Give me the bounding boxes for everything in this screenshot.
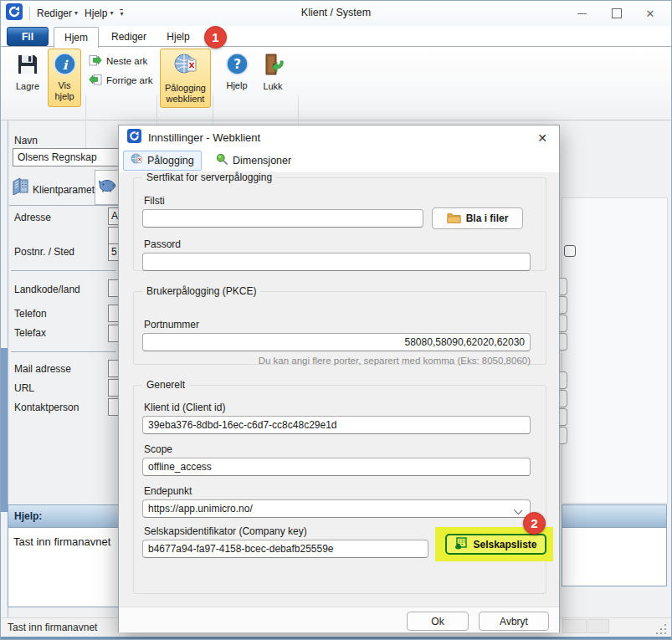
portnummer-hint: Du kan angi flere porter, separert med k… bbox=[142, 356, 531, 366]
company-key-input[interactable] bbox=[142, 540, 428, 558]
tab-rediger[interactable]: Rediger bbox=[104, 28, 154, 45]
ribbon: Lagre i Vis hjelp Lagre Neste ark Forrig… bbox=[1, 47, 671, 120]
tab-hjelp[interactable]: Hjelp bbox=[157, 28, 199, 45]
dialog-title: Innstillinger - Webklient bbox=[148, 131, 260, 144]
vis-hjelp-button[interactable]: i Vis hjelp bbox=[48, 49, 81, 107]
avbryt-label: Avbryt bbox=[500, 616, 528, 627]
status-text: Tast inn firmanavnet bbox=[8, 622, 97, 633]
input-fragment bbox=[560, 278, 567, 295]
tab-piggybank[interactable] bbox=[95, 170, 119, 205]
right-help-panel bbox=[562, 504, 667, 586]
arrow-left-icon bbox=[89, 73, 102, 88]
main-window: Rediger ▾ Hjelp ▾ ▾ Klient / System ✕ Fi… bbox=[0, 0, 672, 640]
telefon-label: Telefon bbox=[14, 308, 47, 320]
company-list-icon bbox=[454, 537, 468, 552]
dialog-tab-strip: Pålogging Dimensjoner bbox=[119, 150, 559, 172]
bla-i-filer-button[interactable]: Bla i filer bbox=[432, 207, 523, 229]
dialog-tab-palogging-label: Pålogging bbox=[147, 155, 194, 166]
pkce-group-title: Brukerpålogging (PKCE) bbox=[142, 285, 260, 297]
right-panel bbox=[562, 197, 668, 504]
buildings-icon bbox=[11, 175, 29, 198]
landkode-label: Landkode/land bbox=[14, 284, 80, 295]
svg-text:?: ? bbox=[233, 57, 241, 72]
status-cell bbox=[562, 619, 587, 633]
navn-value: Olsens Regnskap bbox=[18, 151, 97, 163]
qat-divider bbox=[29, 7, 30, 20]
avbryt-button[interactable]: Avbryt bbox=[479, 612, 549, 631]
close-button[interactable]: ✕ bbox=[638, 6, 663, 21]
help-icon: ? bbox=[226, 53, 249, 78]
filsti-input[interactable] bbox=[142, 209, 423, 228]
input-fragment bbox=[560, 371, 567, 389]
form-divider bbox=[11, 270, 116, 271]
input-fragment bbox=[560, 408, 567, 426]
client-id-input[interactable] bbox=[142, 416, 531, 434]
ok-label: Ok bbox=[431, 616, 444, 627]
ribbon-tab-row: Fil Hjem Rediger Hjelp bbox=[1, 26, 671, 47]
selskapsliste-label: Selskapsliste bbox=[473, 539, 536, 550]
lukk-button[interactable]: Lukk bbox=[256, 49, 290, 101]
scope-label: Scope bbox=[144, 443, 172, 455]
tab-klientparametre[interactable]: Klientparametre bbox=[33, 184, 104, 196]
step-badge-2: 2 bbox=[523, 512, 546, 535]
tab-underline bbox=[9, 205, 118, 206]
dialog-tab-dimensjoner[interactable]: Dimensjoner bbox=[209, 151, 298, 171]
passord-input[interactable] bbox=[142, 253, 531, 271]
app-logo-icon bbox=[6, 3, 23, 23]
endepunkt-combobox[interactable]: https://app.unimicro.no/ bbox=[142, 499, 531, 518]
form-divider bbox=[11, 351, 116, 352]
customize-toolbar-icon[interactable]: ▾ bbox=[120, 9, 123, 18]
maximize-button[interactable] bbox=[604, 6, 629, 21]
input-fragment bbox=[560, 315, 567, 332]
navn-input[interactable]: Olsens Regnskap bbox=[13, 148, 119, 166]
portnummer-input[interactable] bbox=[142, 333, 531, 351]
general-group-title: Generelt bbox=[142, 379, 189, 391]
palogging-webklient-button[interactable]: Pålogging webklient bbox=[160, 49, 211, 108]
scope-input[interactable] bbox=[142, 458, 531, 476]
checkbox-unchecked[interactable] bbox=[564, 245, 576, 257]
vis-hjelp-label: Vis hjelp bbox=[49, 80, 80, 102]
arrow-right-icon bbox=[89, 54, 102, 69]
webclient-login-icon bbox=[173, 53, 198, 80]
endepunkt-label: Endepunkt bbox=[144, 485, 192, 497]
ok-button[interactable]: Ok bbox=[407, 612, 469, 631]
save-icon bbox=[16, 53, 39, 79]
menu-rediger-label: Rediger bbox=[37, 8, 72, 19]
help-panel-title: Hjelp: bbox=[14, 510, 42, 522]
filsti-label: Filsti bbox=[144, 195, 165, 207]
chevron-down-icon: ▾ bbox=[110, 10, 113, 17]
navn-label: Navn bbox=[14, 135, 38, 146]
right-help-panel-header bbox=[562, 505, 666, 528]
resize-grip[interactable] bbox=[655, 623, 666, 634]
company-key-label: Selskapsidentifikator (Company key) bbox=[144, 525, 307, 537]
tab-fil[interactable]: Fil bbox=[7, 27, 49, 46]
input-fragment bbox=[560, 296, 567, 314]
minimize-button[interactable] bbox=[569, 6, 594, 21]
app-logo-icon bbox=[127, 129, 141, 146]
step-badge-1: 1 bbox=[204, 26, 227, 49]
dialog-close-icon[interactable]: ✕ bbox=[534, 131, 551, 146]
forrige-ark-button[interactable]: Forrige ark bbox=[89, 73, 153, 88]
left-nav-selection bbox=[1, 348, 8, 512]
menu-rediger[interactable]: Rediger ▾ bbox=[37, 8, 78, 19]
telefax-label: Telefax bbox=[14, 327, 46, 339]
selskapsliste-button[interactable]: Selskapsliste bbox=[445, 534, 546, 555]
right-help-panel-body bbox=[562, 528, 666, 543]
neste-ark-label: Neste ark bbox=[106, 56, 147, 66]
cert-group-title: Sertfikat for serverpålogging bbox=[142, 172, 276, 183]
hjelp-label: Hjelp bbox=[226, 80, 247, 91]
neste-ark-button[interactable]: Neste ark bbox=[89, 54, 147, 69]
mail-label: Mail adresse bbox=[14, 363, 71, 375]
folder-icon bbox=[447, 212, 461, 226]
forrige-ark-label: Forrige ark bbox=[106, 75, 153, 85]
lagre-button[interactable]: Lagre bbox=[9, 49, 46, 101]
chevron-down-icon bbox=[514, 506, 522, 515]
tab-hjem[interactable]: Hjem bbox=[54, 27, 99, 48]
bla-i-filer-label: Bla i filer bbox=[466, 212, 509, 224]
hjelp-button[interactable]: ? Hjelp bbox=[219, 49, 254, 101]
menu-hjelp[interactable]: Hjelp ▾ bbox=[85, 8, 113, 19]
dialog-tab-palogging[interactable]: Pålogging bbox=[123, 151, 202, 171]
adresse-label: Adresse bbox=[14, 212, 51, 223]
url-label: URL bbox=[14, 382, 34, 394]
input-fragment bbox=[560, 390, 567, 407]
